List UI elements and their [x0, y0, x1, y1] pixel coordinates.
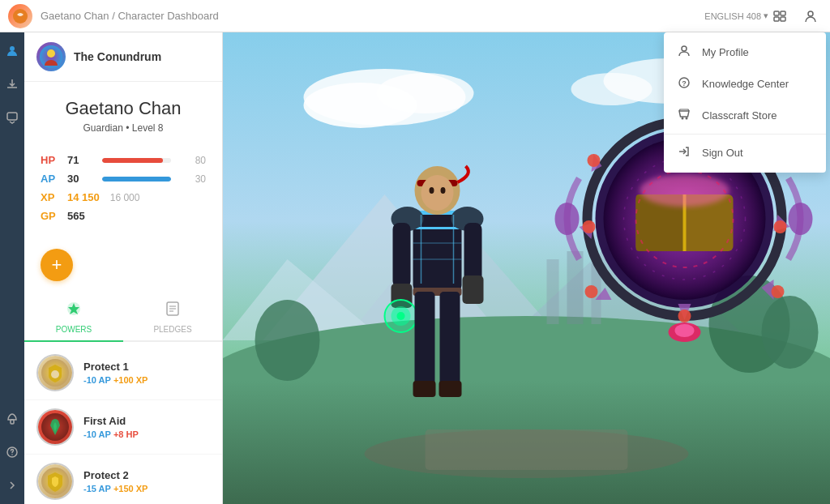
svg-point-89 [774, 220, 787, 233]
menu-item-knowledge-center[interactable]: ? Knowledge Center [664, 68, 826, 100]
language-selector[interactable]: ENGLISH 408 ▾ [704, 11, 768, 21]
protect2-name: Protect 2 [83, 469, 148, 481]
character-panel: The Conundrum Gaetano Chan Guardian • Le… [24, 32, 223, 504]
svg-point-60 [397, 312, 405, 320]
ap-label: AP [41, 173, 61, 185]
ap-stat-row: AP 30 30 [41, 173, 206, 185]
add-power-button[interactable]: + [41, 249, 73, 281]
classcraft-store-label: Classcraft Store [702, 109, 777, 122]
gp-label: GP [41, 210, 61, 222]
svg-rect-8 [11, 420, 14, 424]
power-item-firstaid[interactable]: First Aid -10 AP +8 HP [24, 400, 222, 455]
app-logo [8, 4, 32, 28]
svg-point-38 [255, 300, 320, 381]
signout-icon [676, 145, 692, 160]
svg-point-10 [11, 454, 13, 455]
knowledge-center-label: Knowledge Center [702, 78, 789, 90]
powers-tab-icon [65, 300, 83, 322]
topbar: Gaetano Chan / Character Dashboard ENGLI… [0, 0, 830, 32]
breadcrumb-current: Character Dashboard [118, 10, 218, 22]
svg-point-94 [588, 154, 601, 167]
ap-max: 30 [178, 173, 206, 185]
svg-rect-2 [781, 11, 785, 15]
svg-point-104 [682, 117, 684, 120]
xp-stat-row: XP 14 150 16 000 [41, 191, 206, 203]
svg-rect-4 [781, 17, 785, 21]
protect2-details: Protect 2 -15 AP +150 XP [83, 469, 148, 493]
svg-rect-3 [774, 17, 779, 21]
svg-point-12 [47, 49, 55, 58]
stats-section: HP 71 80 AP 30 30 XP 14 150 16 000 GP 56… [24, 142, 222, 241]
svg-point-96 [675, 324, 695, 337]
hp-max: 80 [178, 155, 206, 166]
ap-current: 30 [67, 173, 96, 185]
tab-bar: POWERS PLEDGES [24, 293, 222, 342]
svg-point-91 [678, 310, 691, 322]
svg-point-97 [555, 203, 580, 235]
hp-stat-row: HP 71 80 [41, 154, 206, 166]
svg-point-101 [682, 46, 687, 51]
sidebar-item-help[interactable] [2, 442, 23, 463]
tab-powers[interactable]: POWERS [24, 293, 123, 342]
user-menu-icon[interactable] [799, 5, 822, 28]
character-header: The Conundrum [24, 32, 222, 82]
sidebar-item-download[interactable] [2, 74, 23, 95]
character-class: Guardian • Level 8 [41, 122, 206, 134]
add-button-container: + [24, 241, 222, 289]
menu-item-my-profile[interactable]: My Profile [664, 36, 826, 68]
protect1-cost: -10 AP +100 XP [83, 375, 148, 385]
protect1-name: Protect 1 [83, 361, 148, 373]
powers-tab-label: POWERS [56, 325, 92, 334]
menu-item-sign-out[interactable]: Sign Out [664, 137, 826, 169]
notifications-icon[interactable] [768, 5, 791, 28]
knowledge-icon: ? [676, 76, 692, 92]
svg-rect-62 [415, 292, 435, 389]
svg-point-98 [789, 203, 813, 235]
hp-current: 71 [67, 154, 96, 166]
svg-rect-42 [567, 251, 584, 324]
sidebar-item-chat[interactable] [2, 107, 23, 128]
hp-bar [102, 158, 163, 163]
firstaid-details: First Aid -10 AP +8 HP [83, 415, 139, 439]
svg-point-92 [585, 285, 598, 298]
firstaid-cost: -10 AP +8 HP [83, 429, 139, 439]
firstaid-icon [36, 408, 74, 446]
gp-value: 565 [67, 210, 85, 222]
xp-current: 14 150 [67, 191, 100, 203]
svg-point-50 [430, 187, 434, 194]
svg-rect-65 [439, 381, 462, 397]
svg-point-93 [583, 220, 596, 233]
svg-rect-100 [426, 429, 628, 470]
gp-stat-row: GP 565 [41, 210, 206, 222]
tab-pledges[interactable]: PLEDGES [123, 293, 222, 342]
powers-list: Protect 1 -10 AP +100 XP [24, 342, 222, 504]
hp-label: HP [41, 154, 61, 166]
character-avatar [36, 42, 66, 71]
power-item-protect1[interactable]: Protect 1 -10 AP +100 XP [24, 346, 222, 400]
svg-rect-64 [413, 381, 436, 397]
svg-point-49 [421, 175, 454, 211]
menu-item-classcraft-store[interactable]: Classcraft Store [664, 100, 826, 131]
svg-point-105 [686, 117, 688, 120]
ap-bar-container [102, 177, 171, 182]
my-profile-label: My Profile [702, 46, 749, 58]
sidebar-item-rocket[interactable] [2, 408, 23, 429]
svg-point-28 [377, 73, 474, 113]
svg-rect-63 [440, 292, 460, 389]
protect1-details: Protect 1 -10 AP +100 XP [83, 361, 148, 385]
character-name: Gaetano Chan [41, 98, 206, 119]
breadcrumb-parent[interactable]: Gaetano Chan [41, 10, 109, 22]
svg-point-76 [640, 174, 729, 207]
breadcrumb: Gaetano Chan / Character Dashboard [41, 10, 704, 22]
menu-divider [664, 134, 826, 135]
character-class-title: The Conundrum [74, 50, 161, 63]
hp-bar-container [102, 158, 171, 163]
topbar-icons [768, 5, 822, 28]
svg-rect-41 [547, 259, 559, 324]
sidebar-item-user[interactable] [2, 41, 23, 62]
svg-rect-57 [463, 275, 484, 304]
sidebar-item-chevron-right[interactable] [2, 475, 23, 496]
protect2-icon [36, 463, 74, 500]
svg-rect-7 [7, 113, 17, 120]
power-item-protect2[interactable]: Protect 2 -15 AP +150 XP [24, 455, 222, 504]
